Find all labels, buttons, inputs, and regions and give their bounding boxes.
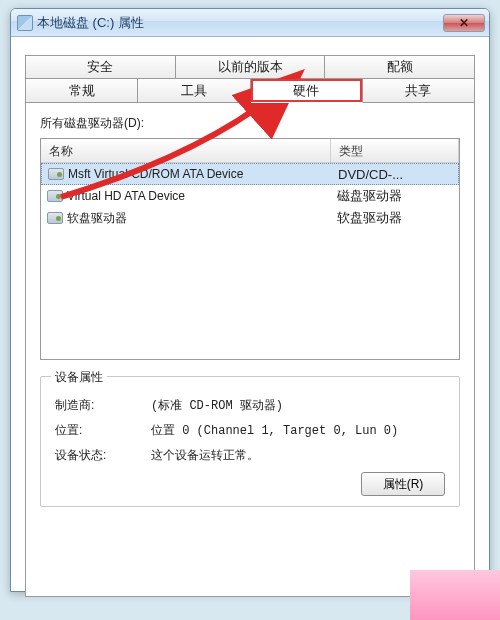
- tab-security[interactable]: 安全: [25, 55, 176, 79]
- device-type: 软盘驱动器: [331, 209, 459, 227]
- list-header: 名称 类型: [41, 139, 459, 163]
- drives-listview[interactable]: 名称 类型 Msft Virtual CD/ROM ATA Device DVD…: [40, 138, 460, 360]
- cdrom-icon: [48, 168, 64, 180]
- manufacturer-label: 制造商:: [55, 397, 151, 414]
- device-type: DVD/CD-...: [332, 167, 458, 182]
- device-name: Virtual HD ATA Device: [67, 189, 185, 203]
- hdd-icon: [47, 190, 63, 202]
- status-label: 设备状态:: [55, 447, 151, 464]
- location-label: 位置:: [55, 422, 151, 439]
- close-icon: ✕: [459, 16, 469, 30]
- list-item[interactable]: Msft Virtual CD/ROM ATA Device DVD/CD-..…: [41, 163, 459, 185]
- close-button[interactable]: ✕: [443, 14, 485, 32]
- manufacturer-value: (标准 CD-ROM 驱动器): [151, 397, 445, 414]
- window-title: 本地磁盘 (C:) 属性: [37, 14, 443, 32]
- drives-list-label: 所有磁盘驱动器(D):: [40, 115, 460, 132]
- group-legend: 设备属性: [51, 369, 107, 386]
- properties-dialog: 本地磁盘 (C:) 属性 ✕ 安全 以前的版本 配额 常规 工具 硬件 共享 所…: [10, 8, 490, 592]
- tab-quota[interactable]: 配额: [325, 55, 475, 79]
- device-properties-button[interactable]: 属性(R): [361, 472, 445, 496]
- location-value: 位置 0 (Channel 1, Target 0, Lun 0): [151, 422, 445, 439]
- col-header-name[interactable]: 名称: [41, 139, 331, 162]
- dialog-body: 安全 以前的版本 配额 常规 工具 硬件 共享 所有磁盘驱动器(D): 名称 类…: [11, 37, 489, 591]
- tab-previous-versions[interactable]: 以前的版本: [176, 55, 326, 79]
- titlebar[interactable]: 本地磁盘 (C:) 属性 ✕: [11, 9, 489, 37]
- device-name: Msft Virtual CD/ROM ATA Device: [68, 167, 243, 181]
- watermark-patch: [410, 570, 500, 620]
- device-properties-group: 设备属性 制造商: (标准 CD-ROM 驱动器) 位置: 位置 0 (Chan…: [40, 376, 460, 507]
- drive-icon: [17, 15, 33, 31]
- floppy-icon: [47, 212, 63, 224]
- list-item[interactable]: Virtual HD ATA Device 磁盘驱动器: [41, 185, 459, 207]
- tab-page-hardware: 所有磁盘驱动器(D): 名称 类型 Msft Virtual CD/ROM AT…: [25, 103, 475, 597]
- status-value: 这个设备运转正常。: [151, 447, 445, 464]
- device-type: 磁盘驱动器: [331, 187, 459, 205]
- tab-tools[interactable]: 工具: [138, 79, 250, 103]
- col-header-type[interactable]: 类型: [331, 139, 459, 162]
- list-body: Msft Virtual CD/ROM ATA Device DVD/CD-..…: [41, 163, 459, 359]
- tab-sharing[interactable]: 共享: [363, 79, 475, 103]
- device-name: 软盘驱动器: [67, 210, 127, 227]
- tab-strip: 安全 以前的版本 配额 常规 工具 硬件 共享 所有磁盘驱动器(D): 名称 类…: [25, 55, 475, 597]
- tab-general[interactable]: 常规: [25, 79, 138, 103]
- list-item[interactable]: 软盘驱动器 软盘驱动器: [41, 207, 459, 229]
- tab-hardware[interactable]: 硬件: [251, 79, 363, 103]
